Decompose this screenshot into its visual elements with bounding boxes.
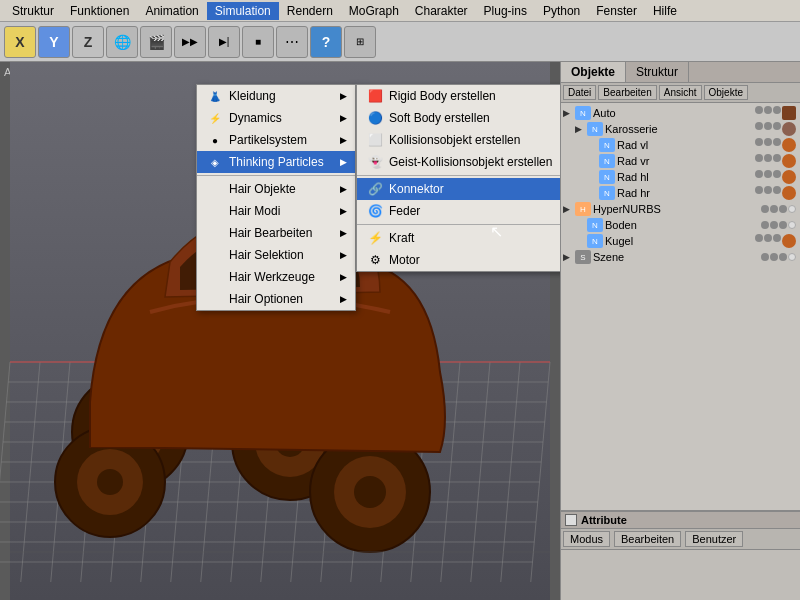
datei-btn[interactable]: Datei [563,85,596,100]
tree-item-szene[interactable]: ▶ S Szene [563,249,798,265]
dots-btn[interactable]: ⋯ [276,26,308,58]
rhr-dot3 [773,186,781,194]
menu-hair-werkzeuge[interactable]: Hair Werkzeuge [197,266,355,288]
attr-tab-bearbeiten[interactable]: Bearbeiten [614,531,681,547]
render-btn[interactable]: ▶▶ [174,26,206,58]
b-dot2 [770,221,778,229]
menu-dynamics[interactable]: ⚡ Dynamics [197,107,355,129]
submenu-soft-body[interactable]: 🔵 Soft Body erstellen [357,107,560,129]
attribute-panel: Attribute Modus Bearbeiten Benutzer [561,510,800,600]
film-btn[interactable]: 🎬 [140,26,172,58]
submenu-konnektor[interactable]: 🔗 Konnektor [357,178,560,200]
karosserie-dots [755,122,798,136]
dot2 [764,106,772,114]
tab-objekte[interactable]: Objekte [561,62,626,82]
submenu-kollision[interactable]: ⬜ Kollisionsobjekt erstellen [357,129,560,151]
dynamics-icon: ⚡ [205,110,225,126]
submenu-feder[interactable]: 🌀 Feder [357,200,560,222]
tree-arrow-karosserie: ▶ [575,124,587,134]
sz-dot4 [788,253,796,261]
render3-btn[interactable]: ■ [242,26,274,58]
tree-item-rad-vr[interactable]: N Rad vr [563,153,798,169]
objekte-btn[interactable]: Objekte [704,85,748,100]
tab-struktur[interactable]: Struktur [626,62,689,82]
menu-bar: StrukturFunktionenAnimationSimulationRen… [0,0,800,22]
tree-item-hypernurbs[interactable]: ▶ H HyperNURBS [563,201,798,217]
z-axis-btn[interactable]: Z [72,26,104,58]
rvr-dot4 [782,154,796,168]
szene-icon: S [575,250,591,264]
menu-partikelsystem[interactable]: ● Partikelsystem [197,129,355,151]
tree-item-karosserie[interactable]: ▶ N Karosserie [563,121,798,137]
tree-item-auto[interactable]: ▶ N Auto [563,105,798,121]
motor-icon: ⚙ [365,252,385,268]
attr-tab-benutzer[interactable]: Benutzer [685,531,743,547]
kollision-icon: ⬜ [365,132,385,148]
globe-btn[interactable]: 🌐 [106,26,138,58]
help-btn[interactable]: ? [310,26,342,58]
sz-dot1 [761,253,769,261]
menu-struktur[interactable]: Struktur [4,2,62,20]
submenu-rigid-body[interactable]: 🟥 Rigid Body erstellen [357,85,560,107]
dot3 [773,106,781,114]
menu-kleidung[interactable]: 👗 Kleidung [197,85,355,107]
menu-charakter[interactable]: Charakter [407,2,476,20]
bearbeiten-btn[interactable]: Bearbeiten [598,85,656,100]
menu-hair-modi[interactable]: Hair Modi [197,200,355,222]
kg-dot4 [782,234,796,248]
tree-item-rad-vl[interactable]: N Rad vl [563,137,798,153]
tree-item-boden[interactable]: N Boden [563,217,798,233]
k-dot3 [773,122,781,130]
submenu-kraft[interactable]: ⚡ Kraft [357,227,560,249]
ansicht-btn[interactable]: Ansicht [659,85,702,100]
menu-hair-selektion[interactable]: Hair Selektion [197,244,355,266]
y-axis-btn[interactable]: Y [38,26,70,58]
sub-sep-2 [357,224,560,225]
menu-mograph[interactable]: MoGraph [341,2,407,20]
svg-line-12 [0,362,10,582]
menu-hilfe[interactable]: Hilfe [645,2,685,20]
tree-item-rad-hl[interactable]: N Rad hl [563,169,798,185]
menu-funktionen[interactable]: Funktionen [62,2,137,20]
sz-dot2 [770,253,778,261]
menu-animation[interactable]: Animation [137,2,206,20]
viewport[interactable]: Ansicht [0,62,560,600]
rv-dot2 [764,138,772,146]
small-btn[interactable]: ⊞ [344,26,376,58]
tree-arrow-szene: ▶ [563,252,575,262]
menu-fenster[interactable]: Fenster [588,2,645,20]
menu-hair-optionen[interactable]: Hair Optionen [197,288,355,310]
attr-checkbox[interactable] [565,514,577,526]
main-area: Ansicht [0,62,800,600]
rad-vl-label: Rad vl [617,139,755,151]
sz-dot3 [779,253,787,261]
menu-sep-1 [197,175,355,176]
x-axis-btn[interactable]: X [4,26,36,58]
submenu-geist-kollision[interactable]: 👻 Geist-Kollisionsobjekt erstellen [357,151,560,173]
tree-item-kugel[interactable]: N Kugel [563,233,798,249]
kleidung-icon: 👗 [205,88,225,104]
geist-icon: 👻 [365,154,385,170]
menu-python[interactable]: Python [535,2,588,20]
tree-arrow-auto: ▶ [563,108,575,118]
svg-point-47 [791,114,796,119]
rv-dot3 [773,138,781,146]
menu-rendern[interactable]: Rendern [279,2,341,20]
rvr-dot1 [755,154,763,162]
hair-modi-icon [205,203,225,219]
render2-btn[interactable]: ▶| [208,26,240,58]
rad-hr-icon: N [599,186,615,200]
b-dot4 [788,221,796,229]
hn-dots [761,205,798,213]
submenu-motor[interactable]: ⚙ Motor [357,249,560,271]
menu-hair-bearbeiten[interactable]: Hair Bearbeiten [197,222,355,244]
menu-hair-objekte[interactable]: Hair Objekte [197,178,355,200]
szene-dots [761,253,798,261]
attr-tab-modus[interactable]: Modus [563,531,610,547]
tree-item-rad-hr[interactable]: N Rad hr [563,185,798,201]
rhl-dot1 [755,170,763,178]
attr-toolbar: Modus Bearbeiten Benutzer [561,529,800,550]
menu-plug-ins[interactable]: Plug-ins [476,2,535,20]
menu-simulation[interactable]: Simulation [207,2,279,20]
menu-thinking-particles[interactable]: ◈ Thinking Particles [197,151,355,173]
